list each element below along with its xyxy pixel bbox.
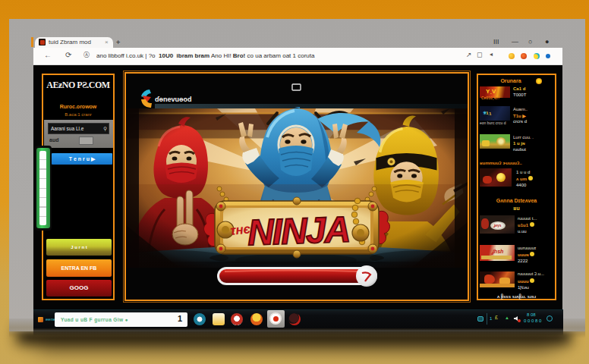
svg-text:NINJA: NINJA — [247, 209, 350, 253]
svg-text:ɗөnevuɵod: ɗөnevuɵod — [155, 96, 192, 103]
